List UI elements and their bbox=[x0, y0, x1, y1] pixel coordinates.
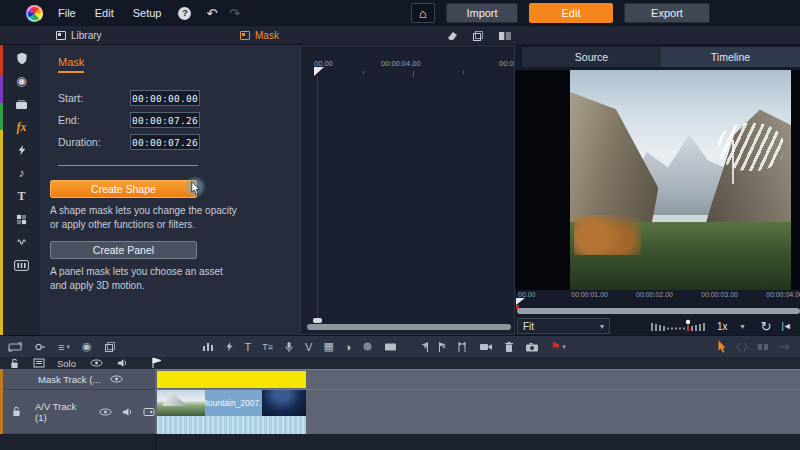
microphone-icon[interactable] bbox=[284, 340, 294, 354]
audio-wave-icon[interactable] bbox=[16, 235, 28, 249]
import-button[interactable]: Import bbox=[446, 3, 518, 23]
playback-speed-value[interactable]: 1x bbox=[717, 321, 728, 332]
zoom-mode-dropdown[interactable]: Fit ▾ bbox=[517, 318, 610, 334]
trim-mode-icon bbox=[736, 340, 748, 354]
go-to-start-icon[interactable]: |◄ bbox=[781, 321, 790, 331]
menu-file[interactable]: File bbox=[58, 7, 76, 19]
eye-icon[interactable] bbox=[99, 408, 112, 416]
av-track-name: A/V Track (1) bbox=[35, 401, 89, 423]
mask-track-lane[interactable] bbox=[155, 369, 800, 390]
duplicate-icon[interactable] bbox=[104, 340, 116, 354]
export-button[interactable]: Export bbox=[624, 3, 710, 23]
marker-flag-icon[interactable]: ⚑▾ bbox=[550, 340, 565, 354]
tab-source[interactable]: Source bbox=[522, 47, 661, 67]
start-timecode-field[interactable]: 00:00:00.00 bbox=[130, 90, 200, 106]
record-icon[interactable]: ◉ bbox=[82, 340, 92, 354]
snow-patches bbox=[718, 123, 784, 171]
kf-ruler-label-start: 00.00 bbox=[314, 59, 333, 68]
dual-view-icon[interactable] bbox=[498, 31, 512, 41]
mark-out-icon[interactable]: ▾ bbox=[438, 340, 446, 354]
subtitle-tool-icon[interactable]: T≡ bbox=[262, 340, 273, 354]
effects-icon[interactable]: fx bbox=[17, 120, 27, 134]
eraser-icon[interactable] bbox=[446, 30, 458, 42]
mask-clip[interactable] bbox=[157, 371, 306, 388]
mask-track-header[interactable]: Mask Track (... bbox=[3, 369, 155, 390]
preview-panel: Source Timeline 00.00 00:00:01.00 00:00:… bbox=[515, 45, 800, 335]
mark-in-icon[interactable]: ▾ bbox=[419, 340, 427, 354]
edit-button[interactable]: Edit bbox=[529, 3, 613, 23]
trash-icon[interactable] bbox=[504, 340, 514, 354]
preview-scrollbar[interactable] bbox=[517, 308, 800, 314]
blend-icon[interactable] bbox=[362, 340, 373, 354]
contrast-icon[interactable]: ◑ bbox=[345, 340, 352, 354]
camera-icon[interactable] bbox=[525, 340, 539, 354]
speaker-icon[interactable] bbox=[117, 358, 128, 368]
titles-icon[interactable]: T bbox=[17, 189, 25, 203]
tab-timeline[interactable]: Timeline bbox=[661, 47, 800, 67]
mask-track-name: Mask Track (... bbox=[38, 374, 100, 385]
mask-shield-icon[interactable] bbox=[16, 51, 28, 65]
kf-playhead-handle[interactable] bbox=[313, 318, 322, 323]
keyframe-icon[interactable] bbox=[34, 340, 46, 354]
kf-ruler-label-end: 00:0 bbox=[499, 59, 514, 68]
timeline-tracks: Mask Track (... A/V Track (1) Mountain_2 bbox=[0, 369, 800, 450]
copy-icon[interactable] bbox=[472, 30, 484, 42]
help-icon[interactable]: ? bbox=[178, 7, 191, 20]
tab-library[interactable]: Library bbox=[56, 26, 102, 45]
mixer-icon[interactable] bbox=[202, 340, 214, 354]
eye-icon[interactable] bbox=[110, 375, 123, 383]
music-note-icon[interactable]: ♪ bbox=[19, 166, 25, 180]
home-button[interactable]: ⌂ bbox=[411, 3, 435, 23]
timeline-playhead-flag[interactable] bbox=[152, 357, 163, 368]
shape-description: A shape mask lets you change the opacity… bbox=[50, 204, 242, 231]
preview-playhead-marker[interactable] bbox=[516, 298, 525, 305]
select-cursor-icon[interactable] bbox=[717, 340, 727, 354]
mask-settings-panel: Mask Start: 00:00:00.00 End: 00:00:07.26… bbox=[40, 45, 300, 335]
kf-horizontal-scrollbar[interactable] bbox=[307, 324, 511, 330]
redo-icon: ↷ bbox=[229, 6, 240, 21]
kf-playhead-line bbox=[317, 76, 318, 321]
lock-icon[interactable] bbox=[12, 406, 21, 417]
chevron-down-icon[interactable]: ▾ bbox=[741, 322, 745, 331]
monitor-icon[interactable] bbox=[143, 407, 155, 417]
panel-description: A panel mask lets you choose an asset an… bbox=[50, 265, 242, 292]
levels-icon[interactable]: ≡▾ bbox=[58, 340, 70, 354]
kf-ruler-label-mid: 00:00:04.00 bbox=[381, 59, 421, 68]
divider bbox=[58, 165, 198, 166]
duration-timecode-field[interactable]: 00:00:07.26 bbox=[130, 134, 200, 150]
media-icon[interactable] bbox=[15, 97, 28, 111]
eye-icon[interactable] bbox=[90, 359, 103, 367]
video-preview[interactable] bbox=[515, 70, 800, 290]
solo-button[interactable]: Solo bbox=[57, 358, 76, 369]
av-track-header[interactable]: A/V Track (1) bbox=[3, 390, 155, 434]
tab-mask[interactable]: Mask bbox=[240, 26, 279, 45]
effects-bolt-icon[interactable] bbox=[225, 340, 234, 354]
speaker-icon[interactable] bbox=[122, 407, 133, 417]
vee-tool-icon[interactable]: V bbox=[305, 340, 312, 354]
video-clip[interactable]: Mountain_2007... bbox=[157, 390, 306, 434]
keypad-icon[interactable] bbox=[14, 258, 29, 272]
panel-tab-bar: Library Mask bbox=[0, 26, 800, 45]
transitions-icon[interactable] bbox=[16, 212, 27, 226]
split-clip-icon[interactable] bbox=[456, 340, 468, 354]
track-list-icon[interactable] bbox=[33, 358, 45, 368]
filmstrip-icon[interactable] bbox=[8, 340, 22, 354]
undo-icon[interactable]: ↶ bbox=[206, 6, 217, 21]
kf-playhead-marker[interactable] bbox=[314, 67, 324, 76]
create-shape-button[interactable]: Create Shape bbox=[50, 180, 197, 198]
clip-icon[interactable] bbox=[384, 340, 397, 354]
mask-keyframe-panel[interactable]: 00.00 00:00:04.00 00:0 bbox=[300, 45, 515, 335]
snapshot-icon[interactable] bbox=[479, 340, 493, 354]
menu-edit[interactable]: Edit bbox=[95, 7, 114, 19]
lock-icon[interactable] bbox=[10, 358, 19, 369]
loop-icon[interactable]: ↻ bbox=[761, 319, 772, 334]
menu-setup[interactable]: Setup bbox=[133, 7, 162, 19]
disc-icon[interactable]: ◉ bbox=[16, 74, 26, 88]
title-tool-icon[interactable]: T bbox=[245, 340, 252, 354]
create-panel-button[interactable]: Create Panel bbox=[50, 241, 197, 259]
grid-icon[interactable]: ▦ bbox=[323, 340, 333, 354]
end-timecode-field[interactable]: 00:00:07.26 bbox=[130, 112, 200, 128]
lightning-icon[interactable] bbox=[17, 143, 27, 157]
av-track-lane[interactable]: Mountain_2007... bbox=[155, 390, 800, 434]
shuttle-jog-control[interactable] bbox=[650, 319, 708, 333]
